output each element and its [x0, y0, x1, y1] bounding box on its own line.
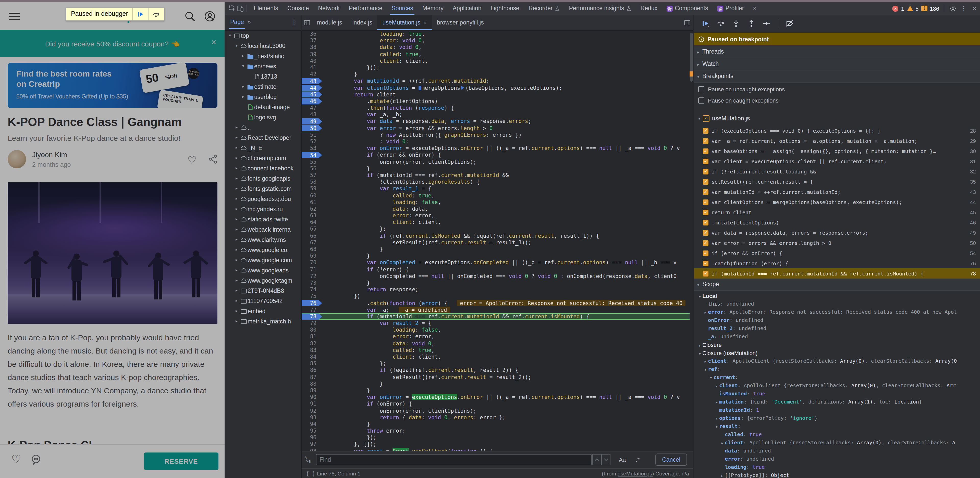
line-number[interactable]: 85 — [302, 360, 324, 367]
devtools-tab-memory[interactable]: Memory — [418, 2, 448, 15]
breakpoint-file-group[interactable]: ▾ ‹› useMutation.js — [694, 113, 980, 124]
line-number[interactable]: 82 — [302, 340, 324, 347]
breakpoint-badge[interactable]: 43 — [302, 78, 322, 84]
scope-row-result-2[interactable]: result_2: undefined — [694, 324, 980, 333]
code-line-45[interactable]: 45 return client — [302, 91, 693, 98]
settings-gear-icon[interactable] — [949, 4, 957, 13]
scope-twisty[interactable]: ▾ — [703, 366, 708, 373]
line-number[interactable]: 83 — [302, 347, 324, 354]
tree-item-www-google-co-[interactable]: ▸www.google.co. — [225, 245, 301, 255]
scope-row-this[interactable]: this: undefined — [694, 300, 980, 308]
tree-twisty[interactable]: ▾ — [234, 41, 239, 51]
tree-twisty[interactable]: ▾ — [240, 61, 246, 71]
line-number[interactable]: 70 — [302, 259, 324, 266]
devtools-tab-network[interactable]: Network — [313, 2, 344, 15]
scope-row-error[interactable]: ▸error: ApolloError: Response not succes… — [694, 308, 980, 316]
resume-script-button[interactable] — [132, 8, 148, 21]
line-number[interactable]: 38 — [302, 44, 324, 51]
code-line-84[interactable]: 84 client: client, — [302, 354, 693, 360]
tree-twisty[interactable]: ▸ — [234, 235, 239, 245]
navigator-kebab-icon[interactable]: ⋮ — [291, 19, 297, 26]
line-number[interactable]: 88 — [302, 381, 324, 387]
tree-twisty[interactable]: ▸ — [240, 82, 246, 92]
breakpoint-badge[interactable]: 76 — [302, 300, 322, 306]
scope-twisty[interactable]: ▸ — [714, 399, 719, 406]
toggle-sidebar-icon[interactable] — [683, 19, 691, 27]
step-button[interactable] — [762, 19, 771, 27]
code-line-91[interactable]: 91 if (onError) { — [302, 401, 693, 407]
breakpoint-checkbox[interactable]: ✓ — [703, 271, 708, 276]
line-number[interactable]: 68 — [302, 246, 324, 252]
code-line-79[interactable]: 79 var result_2 = { — [302, 320, 693, 327]
line-number[interactable]: 98 — [302, 448, 324, 451]
tree-twisty[interactable]: ▸ — [234, 122, 239, 133]
tree-item-default-image[interactable]: default-image — [225, 102, 301, 112]
scope-twisty[interactable]: ▾ — [708, 374, 714, 381]
file-tab-useMutation.js[interactable]: useMutation.js× — [377, 15, 431, 30]
tree-twisty[interactable]: ▸ — [234, 224, 239, 235]
line-number[interactable]: 58 — [302, 179, 324, 185]
navigator-more-tabs[interactable]: » — [248, 19, 251, 25]
line-number[interactable]: 67 — [302, 239, 324, 246]
devtools-close-icon[interactable]: × — [970, 4, 978, 13]
scope-twisty[interactable]: ▸ — [714, 382, 719, 390]
breakpoint-entry-line-46[interactable]: ✓.mutate(clientOptions)46 — [694, 217, 980, 227]
scope-twisty[interactable]: ▾ — [697, 350, 702, 357]
editor-scrollbar[interactable] — [690, 30, 693, 451]
code-line-43[interactable]: 43 var mutationId = ++ref.current.mutati… — [302, 78, 693, 84]
code-line-98[interactable]: 98 var reset = React.useCallback(functio… — [302, 448, 693, 451]
line-number[interactable]: 40 — [302, 58, 324, 64]
code-line-96[interactable]: 96 }); — [302, 434, 693, 441]
device-toolbar-icon[interactable] — [236, 4, 245, 13]
breakpoint-entry-line-45[interactable]: ✓return client45 — [694, 207, 980, 217]
code-line-47[interactable]: 47 .then(function (response) { — [302, 105, 693, 111]
line-number[interactable]: 77 — [302, 306, 324, 313]
line-number[interactable]: 97 — [302, 441, 324, 448]
breakpoint-checkbox[interactable]: ✓ — [703, 148, 708, 154]
code-line-78[interactable]: 78 if (mutationId === ref.current.mutati… — [302, 313, 693, 320]
tree-twisty[interactable]: ▸ — [234, 286, 239, 296]
line-number[interactable]: 96 — [302, 434, 324, 441]
code-line-83[interactable]: 83 called: true, — [302, 347, 693, 354]
code-line-41[interactable]: 41 })); — [302, 64, 693, 71]
scope-row-mutationId[interactable]: mutationId: 1 — [694, 406, 980, 414]
line-number[interactable]: 53 — [302, 145, 324, 151]
line-number[interactable]: 41 — [302, 64, 324, 71]
code-line-97[interactable]: 97 }, []); — [302, 441, 693, 448]
code-line-59[interactable]: 59 var result_1 = { — [302, 186, 693, 192]
code-line-87[interactable]: 87 setResult((ref.current.result = resul… — [302, 374, 693, 380]
step-over-button[interactable] — [717, 19, 725, 27]
code-line-72[interactable]: 72 onCompleted === null || onCompleted =… — [302, 273, 693, 279]
line-number[interactable]: 90 — [302, 394, 324, 400]
section-threads[interactable]: ▸Threads — [694, 46, 980, 58]
kebab-menu-icon[interactable]: ⋮ — [959, 4, 968, 13]
tree-item-userblog[interactable]: ▸userblog — [225, 92, 301, 102]
code-line-60[interactable]: 60 called: true, — [302, 192, 693, 199]
code-line-55[interactable]: 55 onError(error, clientOptions); — [302, 159, 693, 165]
deactivate-breakpoints-button[interactable] — [786, 19, 794, 27]
scope-row--a[interactable]: _a: undefined — [694, 333, 980, 341]
tree-item-top[interactable]: ▾top — [225, 30, 301, 41]
scope-row-data[interactable]: data: undefined — [694, 447, 980, 455]
code-line-42[interactable]: 42 } — [302, 71, 693, 78]
code-line-36[interactable]: 36 loading: true, — [302, 30, 693, 37]
scope-row-error[interactable]: error: undefined — [694, 455, 980, 463]
code-line-74[interactable]: 74 return response; — [302, 286, 693, 293]
collapse-navigator-icon[interactable] — [303, 19, 311, 27]
scope-twisty[interactable]: ▾ — [714, 423, 719, 430]
line-number[interactable]: 37 — [302, 37, 324, 44]
scope-twisty[interactable]: ▸ — [703, 309, 708, 316]
code-line-58[interactable]: 58 !clientOptions.ignoreResults) { — [302, 179, 693, 185]
scope-row-client[interactable]: ▸client: ApolloClient {resetStoreCallbac… — [694, 357, 980, 365]
code-line-70[interactable]: 70 var onCompleted = executeOptions.onCo… — [302, 259, 693, 266]
tree-twisty[interactable]: ▸ — [234, 133, 239, 143]
code-line-37[interactable]: 37 error: void 0, — [302, 37, 693, 44]
breakpoint-checkbox[interactable]: ✓ — [703, 250, 708, 256]
breakpoint-badge[interactable]: 54 — [302, 152, 322, 158]
line-number[interactable]: 52 — [302, 138, 324, 145]
scope-twisty[interactable]: ▸ — [720, 472, 725, 478]
resume-button[interactable] — [701, 19, 710, 27]
devtools-tab-components[interactable]: Components — [662, 2, 713, 15]
breakpoint-checkbox[interactable]: ✓ — [703, 179, 708, 184]
tree-twisty[interactable]: ▸ — [234, 214, 239, 224]
